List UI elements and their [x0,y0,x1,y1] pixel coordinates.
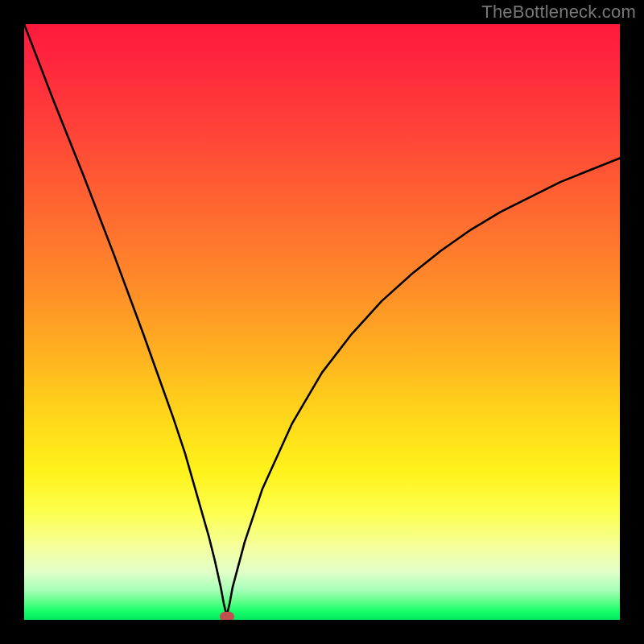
watermark-text: TheBottleneck.com [481,2,636,23]
bottleneck-curve [24,24,620,620]
plot-area [24,24,620,620]
chart-frame: TheBottleneck.com [0,0,644,644]
optimum-marker [220,612,234,620]
